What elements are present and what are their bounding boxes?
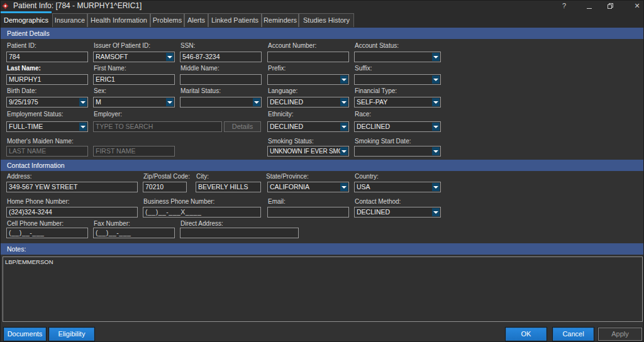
window-chrome: Patient Info: [784 - MURPHY1^ERIC1] ? ✕ … bbox=[1, 1, 644, 28]
tab-problems[interactable]: Problems bbox=[150, 13, 184, 27]
zip-input[interactable]: 70210 bbox=[143, 182, 187, 192]
apply-button[interactable]: Apply bbox=[598, 328, 642, 341]
field-value: DECLINED bbox=[357, 123, 390, 130]
account-number-input[interactable] bbox=[267, 52, 349, 62]
section-notes: Notes: bbox=[1, 243, 644, 255]
financial-type-combobox[interactable]: SELF-PAY bbox=[354, 97, 441, 108]
prefix-combobox[interactable] bbox=[267, 74, 349, 85]
documents-button[interactable]: Documents bbox=[4, 328, 46, 341]
country-dropdown-icon[interactable] bbox=[432, 183, 440, 191]
fax-input[interactable]: (__)__-___ bbox=[93, 228, 175, 238]
field-value: SELF-PAY bbox=[357, 98, 387, 106]
language-label: Language: bbox=[268, 87, 297, 95]
dropdown-arrow bbox=[80, 101, 86, 104]
field-value: UNKNOWN IF EVER SMOK bbox=[270, 148, 347, 155]
field-placeholder: TYPE TO SEARCH bbox=[96, 123, 153, 130]
tab-health-information[interactable]: Health Information bbox=[87, 13, 150, 27]
business-phone-label: Business Phone Number: bbox=[143, 198, 214, 206]
patient-info-window: Patient Info: [784 - MURPHY1^ERIC1] ? ✕ … bbox=[0, 0, 644, 342]
titlebar[interactable]: Patient Info: [784 - MURPHY1^ERIC1] ? ✕ bbox=[1, 1, 644, 11]
field-value: 784 bbox=[9, 53, 20, 60]
middle-name-label: Middle Name: bbox=[180, 65, 219, 72]
dropdown-arrow bbox=[433, 186, 438, 189]
language-combobox[interactable]: DECLINED bbox=[267, 97, 349, 108]
mothers-maiden-last-name-input[interactable]: LAST NAME bbox=[6, 146, 88, 157]
country-label: Country: bbox=[355, 173, 379, 180]
birth-date-dropdown-icon[interactable] bbox=[79, 98, 87, 106]
ok-button[interactable]: OK bbox=[506, 328, 547, 341]
city-input[interactable]: BEVERLY HILLS bbox=[196, 182, 261, 192]
last-name-input[interactable]: MURPHY1 bbox=[6, 74, 88, 85]
dropdown-arrow bbox=[341, 101, 347, 104]
dropdown-arrow bbox=[433, 126, 438, 128]
suffix-dropdown-icon[interactable] bbox=[432, 75, 440, 84]
tab-reminders[interactable]: Reminders bbox=[262, 13, 299, 27]
smoking-status-dropdown-icon[interactable] bbox=[340, 147, 348, 155]
account-status-dropdown-icon[interactable] bbox=[432, 53, 440, 61]
employer-label: Employer: bbox=[94, 111, 122, 118]
state-dropdown-icon[interactable] bbox=[340, 183, 348, 191]
tab-linked-patients[interactable]: Linked Patients bbox=[208, 13, 262, 27]
state-combobox[interactable]: CALIFORNIA bbox=[267, 182, 349, 192]
middle-name-input[interactable] bbox=[180, 74, 262, 85]
account-status-combobox[interactable] bbox=[354, 52, 441, 62]
marital-status-label: Marital Status: bbox=[180, 87, 221, 95]
field-value: MURPHY1 bbox=[9, 75, 41, 83]
issuer-combobox[interactable]: RAMSOFT bbox=[93, 52, 175, 62]
financial-type-dropdown-icon[interactable] bbox=[432, 98, 440, 106]
race-dropdown-icon[interactable] bbox=[432, 123, 440, 131]
birth-date-combobox[interactable]: 9/25/1975 bbox=[6, 97, 88, 108]
eligibility-button[interactable]: Eligibility bbox=[49, 328, 94, 341]
marital-status-dropdown-icon[interactable] bbox=[253, 98, 260, 106]
tab-label: Problems bbox=[153, 16, 182, 24]
tab-alerts[interactable]: Alerts bbox=[184, 13, 208, 27]
marital-status-combobox[interactable] bbox=[180, 97, 262, 108]
patient-id-input[interactable]: 784 bbox=[6, 52, 88, 62]
ethnicity-dropdown-icon[interactable] bbox=[340, 123, 348, 131]
prefix-dropdown-icon[interactable] bbox=[340, 75, 348, 84]
language-dropdown-icon[interactable] bbox=[340, 98, 348, 106]
sex-combobox[interactable]: M bbox=[93, 97, 175, 108]
race-combobox[interactable]: DECLINED bbox=[354, 121, 441, 132]
suffix-combobox[interactable] bbox=[354, 74, 441, 85]
contact-method-dropdown-icon[interactable] bbox=[432, 208, 440, 216]
home-phone-input[interactable]: (324)324-3244 bbox=[6, 207, 138, 218]
employer-search-input[interactable]: TYPE TO SEARCH bbox=[93, 121, 222, 132]
birth-date-label: Birth Date: bbox=[7, 87, 36, 95]
notes-textarea[interactable]: LBP/EMMERSON bbox=[3, 256, 643, 322]
cell-phone-input[interactable]: (__)__-___ bbox=[6, 228, 88, 238]
email-input[interactable] bbox=[267, 207, 349, 218]
financial-type-label: Financial Type: bbox=[355, 87, 397, 95]
tab-studies-history[interactable]: Studies History bbox=[299, 13, 354, 27]
restore-button[interactable] bbox=[602, 1, 618, 11]
employment-status-combobox[interactable]: FULL-TIME bbox=[6, 121, 88, 132]
field-value: M bbox=[96, 98, 101, 106]
minimize-button[interactable] bbox=[582, 1, 597, 11]
country-combobox[interactable]: USA bbox=[354, 182, 441, 192]
suffix-label: Suffix: bbox=[355, 65, 372, 72]
tab-insurance[interactable]: Insurance bbox=[52, 13, 87, 27]
issuer-dropdown-icon[interactable] bbox=[166, 53, 174, 61]
direct-address-label: Direct Address: bbox=[180, 220, 223, 228]
contact-method-combobox[interactable]: DECLINED bbox=[354, 207, 441, 218]
cancel-button[interactable]: Cancel bbox=[553, 328, 594, 341]
sex-dropdown-icon[interactable] bbox=[166, 98, 174, 106]
business-phone-input[interactable]: (__)__-___X____ bbox=[143, 207, 261, 218]
first-name-input[interactable]: ERIC1 bbox=[93, 74, 175, 85]
ssn-input[interactable]: 546-87-3234 bbox=[180, 52, 262, 62]
mothers-maiden-name-label: Mother's Maiden Name: bbox=[7, 138, 74, 145]
tab-label: Alerts bbox=[187, 16, 205, 24]
tab-demographics[interactable]: Demographics bbox=[1, 11, 52, 28]
smoking-start-date-dropdown-icon[interactable] bbox=[432, 147, 440, 155]
ethnicity-combobox[interactable]: DECLINED bbox=[267, 121, 349, 132]
smoking-start-date-combobox[interactable] bbox=[354, 146, 441, 157]
close-button[interactable]: ✕ bbox=[630, 1, 644, 11]
smoking-status-combobox[interactable]: UNKNOWN IF EVER SMOK bbox=[267, 146, 349, 157]
address-input[interactable]: 349-567 YEW STREET bbox=[6, 182, 138, 192]
help-button[interactable]: ? bbox=[557, 1, 572, 11]
employer-details-button[interactable]: Details bbox=[224, 121, 261, 132]
direct-address-input[interactable] bbox=[180, 228, 299, 238]
tab-label: Demographics bbox=[4, 16, 48, 24]
employment-status-dropdown-icon[interactable] bbox=[79, 123, 87, 131]
mothers-maiden-first-name-input[interactable]: FIRST NAME bbox=[93, 146, 175, 157]
